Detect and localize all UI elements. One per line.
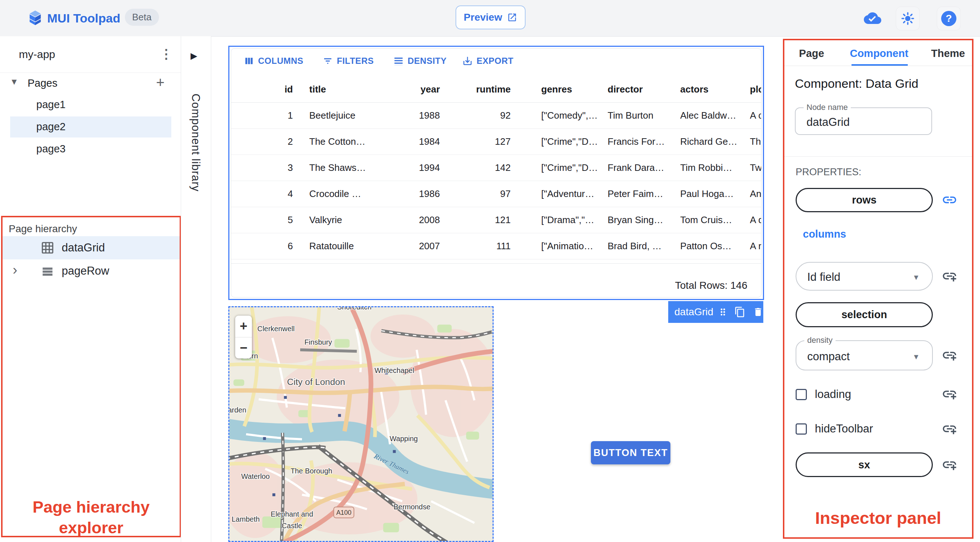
filters-toolbar-button[interactable]: FILTERS: [320, 55, 376, 67]
section-divider: [784, 156, 972, 157]
sidebar-item-page1[interactable]: page1: [10, 94, 171, 115]
cell-director: Bryan Sing…: [608, 207, 675, 233]
cell-genres: ["Animatio…: [541, 233, 604, 259]
node-name-value: dataGrid: [807, 116, 850, 129]
drag-handle-icon[interactable]: [718, 306, 728, 318]
delete-icon[interactable]: [753, 306, 763, 318]
map-label-wapping: Wapping: [390, 435, 418, 443]
map-label-bermondsey: Bermondse: [393, 503, 431, 511]
column-header-title[interactable]: title: [309, 76, 383, 102]
cell-runtime: 97: [453, 181, 511, 207]
column-header-actors[interactable]: actors: [680, 76, 745, 102]
help-button[interactable]: ?: [937, 6, 961, 30]
zoom-in-button[interactable]: +: [235, 316, 252, 337]
preview-button[interactable]: Preview: [455, 5, 525, 29]
duplicate-icon[interactable]: [734, 306, 746, 318]
hide-toolbar-checkbox[interactable]: [795, 423, 807, 435]
expand-panel-icon[interactable]: ▶: [191, 51, 197, 61]
cell-id: 4: [252, 181, 293, 207]
launch-icon: [507, 12, 517, 22]
table-row[interactable]: 4 Crocodile … 1986 97 ["Adventur… Peter …: [231, 181, 761, 207]
component-library-panel[interactable]: ▶ Component library: [181, 36, 211, 542]
density-value: compact: [807, 350, 850, 363]
density-toolbar-button[interactable]: DENSITY: [391, 55, 449, 67]
cell-plot: An A: [750, 181, 762, 207]
loading-add-binding-icon[interactable]: [942, 386, 958, 402]
selection-property-button[interactable]: selection: [795, 302, 933, 327]
node-name-label: Node name: [803, 103, 851, 112]
tab-page[interactable]: Page: [790, 44, 834, 63]
map-canvas: A100 Shoreditch Clerkenwell Finsbury bor…: [229, 307, 493, 541]
table-row[interactable]: 6 Ratatouille 2007 111 ["Animatio… Brad …: [231, 233, 761, 259]
column-header-director[interactable]: director: [608, 76, 675, 102]
column-header-id[interactable]: id: [252, 76, 293, 102]
cell-actors: Paul Hoga…: [680, 181, 745, 207]
cell-plot: The: [750, 129, 762, 154]
cell-actors: Tom Cruis…: [680, 207, 745, 233]
cell-actors: Tim Robbi…: [680, 154, 745, 181]
pages-expand-chevron-icon[interactable]: ▾: [12, 75, 17, 87]
sidebar-item-page2-selected[interactable]: page2: [10, 116, 171, 137]
column-header-plot[interactable]: plot: [750, 76, 762, 102]
id-field-add-binding-icon[interactable]: [942, 268, 958, 284]
table-row[interactable]: 2 The Cotton… 1984 127 ["Crime","D… Fran…: [231, 129, 761, 155]
page1-label: page1: [36, 99, 66, 111]
table-row[interactable]: 5 Valkyrie 2008 121 ["Drama","… Bryan Si…: [231, 207, 761, 233]
node-name-field[interactable]: Node name dataGrid: [795, 107, 932, 135]
columns-toolbar-button[interactable]: COLUMNS: [241, 55, 305, 67]
column-header-genres[interactable]: genres: [541, 76, 604, 102]
columns-property-link[interactable]: columns: [803, 228, 846, 240]
id-field-select[interactable]: Id field ▾: [795, 262, 933, 291]
tab-theme[interactable]: Theme: [924, 44, 972, 63]
loading-label: loading: [815, 388, 851, 401]
cell-plot: A dr: [750, 207, 762, 233]
density-label: density: [804, 335, 835, 345]
cell-actors: Patton Os…: [680, 233, 745, 259]
cell-id: 5: [252, 207, 293, 233]
rows-property-button[interactable]: rows: [795, 188, 933, 212]
pages-section-label[interactable]: Pages: [28, 77, 57, 89]
cell-director: Francis For…: [608, 129, 675, 154]
app-header: MUI Toolpad Beta Preview ?: [0, 0, 980, 37]
column-header-runtime[interactable]: runtime: [453, 76, 511, 102]
cell-runtime: 142: [453, 154, 511, 181]
datagrid-selection-chip: dataGrid: [668, 301, 763, 323]
map-component[interactable]: A100 Shoreditch Clerkenwell Finsbury bor…: [228, 306, 494, 542]
rows-binding-link-icon[interactable]: [942, 192, 958, 208]
column-header-year[interactable]: year: [387, 76, 440, 102]
zoom-out-button[interactable]: −: [235, 337, 252, 359]
pagerow-expand-chevron-icon[interactable]: ›: [13, 262, 18, 278]
table-row[interactable]: 1 Beetlejuice 1988 92 ["Comedy",… Tim Bu…: [231, 102, 761, 129]
datagrid-component-selection[interactable]: COLUMNS FILTERS DENSITY EXPORT id title: [228, 46, 764, 300]
theme-toggle-button[interactable]: [896, 6, 920, 30]
project-menu-kebab-icon[interactable]: ⋮: [160, 46, 173, 62]
dropdown-caret-icon: ▾: [914, 351, 918, 362]
chip-label: dataGrid: [675, 306, 713, 318]
export-toolbar-button[interactable]: EXPORT: [460, 55, 516, 67]
cell-genres: ["Comedy",…: [541, 102, 604, 129]
page-hierarchy-annotation-box: Page hierarchy dataGrid › pageRow Page h…: [1, 216, 181, 537]
cell-runtime: 121: [453, 207, 511, 233]
table-row[interactable]: 3 The Shaws… 1994 142 ["Crime","D… Frank…: [231, 154, 761, 181]
inspector-annotation-text: Inspector panel: [784, 507, 972, 528]
hierarchy-item-pagerow[interactable]: › pageRow: [3, 259, 180, 283]
map-label-lambeth: Lambeth: [232, 515, 259, 523]
tab-component[interactable]: Component: [846, 44, 912, 63]
hide-toolbar-label: hideToolbar: [815, 422, 873, 436]
hide-toolbar-add-binding-icon[interactable]: [942, 421, 958, 437]
loading-checkbox[interactable]: [795, 389, 807, 400]
canvas-button-component[interactable]: BUTTON TEXT: [591, 441, 670, 464]
density-add-binding-icon[interactable]: [942, 347, 958, 363]
project-name: my-app: [19, 48, 55, 60]
cell-year: 1984: [387, 129, 440, 154]
sx-add-binding-icon[interactable]: [942, 457, 958, 473]
hierarchy-item-datagrid[interactable]: dataGrid: [3, 236, 180, 259]
page3-label: page3: [36, 143, 66, 155]
density-icon: [393, 56, 404, 67]
sidebar-item-page3[interactable]: page3: [10, 138, 171, 160]
row-layout-icon: [41, 265, 54, 278]
sx-property-button[interactable]: sx: [795, 452, 933, 477]
density-select[interactable]: density compact ▾: [795, 340, 933, 370]
add-page-button[interactable]: +: [156, 75, 164, 91]
cell-title: Beetlejuice: [309, 102, 383, 129]
